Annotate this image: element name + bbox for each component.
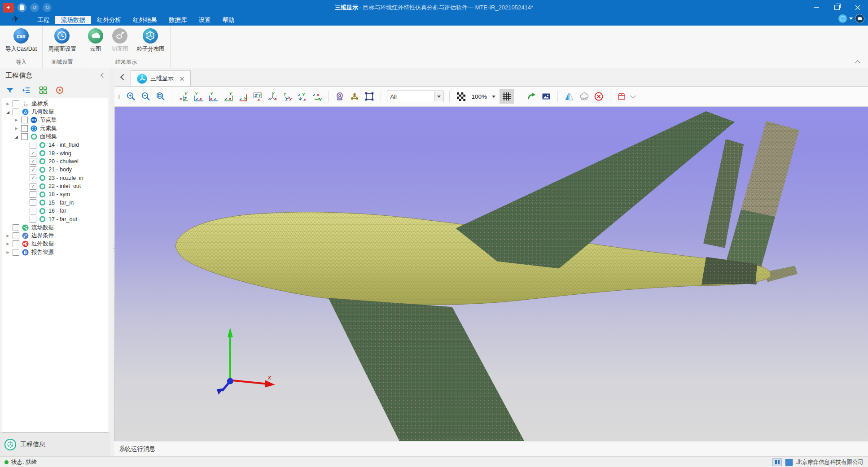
package-dropdown-icon[interactable] — [630, 93, 636, 99]
help-book-icon[interactable] — [855, 14, 864, 23]
tree-checkbox[interactable] — [13, 109, 19, 115]
box-select-icon[interactable] — [364, 91, 375, 102]
view-left-icon[interactable]: xzY — [208, 91, 219, 102]
ribbon-collapse-icon[interactable] — [855, 60, 860, 64]
group-icon[interactable] — [39, 86, 48, 95]
grid-icon[interactable] — [500, 89, 514, 104]
ribbon-button-导入Cas/Dat[interactable]: cas导入Cas/Dat — [5, 28, 37, 57]
tree-checkbox[interactable] — [21, 117, 28, 123]
tree-checkbox[interactable] — [30, 191, 36, 198]
cloud-outline-icon[interactable] — [579, 91, 589, 102]
tree-checkbox[interactable]: ✓ — [30, 175, 36, 181]
tree-row[interactable]: ✓20 - chuiwei — [2, 157, 108, 166]
tree-row[interactable]: ✓22 - inlet_out — [2, 182, 108, 190]
mirror-icon[interactable] — [564, 91, 574, 102]
tree-row[interactable]: ✓21 - body — [2, 166, 108, 174]
tree-row[interactable]: ◢面域集 — [2, 133, 108, 141]
tree-row[interactable]: ▶元素集 — [2, 124, 108, 132]
tree-checkbox[interactable]: ✓ — [30, 166, 36, 173]
view-right-icon[interactable]: zxY — [223, 91, 233, 102]
zoom-in-icon[interactable] — [126, 91, 136, 102]
skin-icon[interactable] — [838, 14, 847, 23]
snapshot-icon[interactable] — [541, 91, 552, 102]
particles-icon[interactable] — [349, 91, 360, 102]
tree-row[interactable]: 流场数据 — [2, 223, 108, 231]
tree-expand-icon[interactable]: ▶ — [13, 118, 19, 122]
tree-row[interactable]: 17 - far_out — [2, 215, 108, 223]
panel-footer-tab[interactable]: 工程信息 — [0, 432, 110, 456]
tree-expand-icon[interactable]: ◢ — [13, 135, 19, 139]
view-flip-icon[interactable]: zYx — [297, 91, 307, 102]
tab-close-icon[interactable] — [180, 76, 184, 81]
zoom-fit-icon[interactable] — [155, 91, 166, 102]
tree-expand-icon[interactable]: ▶ — [13, 127, 19, 131]
menu-item-3[interactable]: 红外结果 — [127, 16, 163, 24]
filter-icon[interactable] — [5, 86, 14, 95]
tree-expand-icon[interactable]: ◢ — [5, 110, 11, 114]
locate-icon[interactable] — [55, 86, 64, 95]
undo-icon[interactable]: ↺ — [30, 3, 39, 12]
tree-row[interactable]: ▶Yzx坐标系 — [2, 100, 108, 108]
menu-item-6[interactable]: 帮助 — [217, 16, 241, 24]
cancel-icon[interactable] — [593, 91, 604, 102]
maximize-button[interactable] — [827, 0, 847, 15]
menu-item-1[interactable]: 流场数据 — [55, 16, 91, 24]
zoom-level-value[interactable]: 100% — [471, 93, 487, 100]
tab-scroll-left-icon[interactable] — [114, 68, 131, 86]
ribbon-button-云图[interactable]: 云图 — [88, 28, 104, 57]
tree-row[interactable]: ✓19 - wing — [2, 149, 108, 157]
tree-checkbox[interactable] — [13, 249, 19, 256]
tree-row[interactable]: ▶边界条件 — [2, 231, 108, 240]
tree-checkbox[interactable]: ✓ — [30, 158, 36, 165]
zoom-out-icon[interactable] — [140, 91, 151, 102]
tree-row[interactable]: ✓23 - nozzle_in — [2, 174, 108, 182]
tree-row[interactable]: ◢几何数据 — [2, 108, 108, 116]
view-rotate-y-icon[interactable]: Yxz — [282, 91, 293, 102]
view-isometric-icon[interactable]: zxY — [267, 91, 278, 102]
tab-3d-display[interactable]: 三维显示 — [131, 70, 191, 86]
tree-row[interactable]: 15 - far_in — [2, 199, 108, 207]
tree-checkbox[interactable] — [13, 224, 19, 231]
tree-checkbox[interactable] — [21, 125, 28, 132]
dither-icon[interactable] — [456, 91, 466, 102]
view-back-icon[interactable]: zxY — [193, 91, 204, 102]
tree-checkbox[interactable] — [30, 142, 36, 148]
view-front-icon[interactable]: xZY — [178, 91, 189, 102]
tree-checkbox[interactable] — [13, 240, 19, 247]
tree-row[interactable]: ▶红外数据 — [2, 240, 108, 248]
ribbon-button-周期面设置[interactable]: 周期面设置 — [48, 28, 76, 57]
share-arrow-icon[interactable] — [526, 91, 537, 102]
close-button[interactable] — [847, 0, 868, 15]
menu-item-2[interactable]: 红外分析 — [91, 16, 127, 24]
app-pin-icon[interactable]: ✦ — [3, 3, 14, 13]
tree-row[interactable]: ▶报告资源 — [2, 248, 108, 256]
tree-checkbox[interactable]: ✓ — [30, 183, 36, 190]
panel-collapse-icon[interactable] — [101, 74, 105, 78]
menu-item-5[interactable]: 设置 — [193, 16, 217, 24]
menu-item-4[interactable]: 数据库 — [163, 16, 193, 24]
view-top-icon[interactable]: zY — [237, 91, 248, 102]
camera-icon[interactable] — [334, 91, 345, 102]
tree-checkbox[interactable] — [13, 100, 19, 107]
view-rotate-z-icon[interactable]: zxY — [311, 91, 322, 102]
panel-splitter[interactable]: ⋮⋮ — [110, 68, 114, 456]
tree-row[interactable]: ▶节点集 — [2, 116, 108, 124]
tree-checkbox[interactable] — [30, 208, 36, 214]
tree-checkbox[interactable]: ✓ — [30, 150, 36, 157]
zoom-level-caret-icon[interactable] — [492, 96, 495, 98]
menu-item-0[interactable]: 工程 — [31, 16, 55, 24]
toolbar-drag-handle[interactable]: ‖ — [118, 93, 121, 100]
outline-icon[interactable] — [22, 86, 31, 95]
tree-expand-icon[interactable]: ▶ — [5, 242, 11, 246]
display-filter-dropdown-icon[interactable] — [434, 92, 443, 101]
tree-row[interactable]: 18 - sym — [2, 190, 108, 198]
tree-checkbox[interactable] — [13, 232, 19, 239]
ribbon-button-粒子分布图[interactable]: 粒子分布图 — [136, 28, 165, 57]
tree-checkbox[interactable] — [30, 216, 36, 223]
skin-dropdown-caret-icon[interactable] — [849, 17, 853, 20]
tree-expand-icon[interactable]: ▶ — [5, 250, 11, 254]
view-bottom-icon[interactable]: ZYx — [252, 91, 263, 102]
package-icon[interactable] — [616, 91, 627, 102]
3d-viewport[interactable]: x — [114, 107, 868, 441]
tree-row[interactable]: 16 - far — [2, 207, 108, 215]
